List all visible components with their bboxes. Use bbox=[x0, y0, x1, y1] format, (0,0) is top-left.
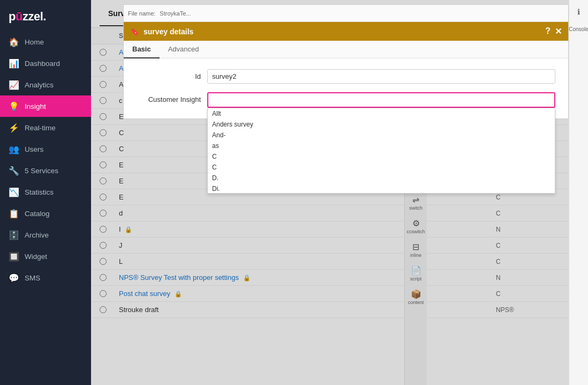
file-name-label: File name: bbox=[128, 10, 155, 17]
form-row-customer-insight: Customer Insight AlltAnders surveyAnd-as… bbox=[137, 92, 555, 108]
sidebar-item-widget[interactable]: 🔲 Widget bbox=[0, 246, 91, 267]
sms-icon: 💬 bbox=[9, 272, 19, 283]
logo-area: pūzzel. bbox=[0, 0, 91, 31]
statistics-icon: 📉 bbox=[9, 187, 19, 197]
sidebar-item-home[interactable]: 🏠 Home bbox=[0, 31, 91, 53]
sidebar-item-archive[interactable]: 🗄️ Archive bbox=[0, 224, 91, 246]
logo-text: pūzzel. bbox=[9, 10, 46, 24]
dropdown-item[interactable]: as bbox=[208, 140, 555, 151]
dropdown-item[interactable]: And- bbox=[208, 130, 555, 140]
sidebar-item-sms[interactable]: 💬 SMS bbox=[0, 267, 91, 288]
tab-basic[interactable]: Basic bbox=[124, 41, 160, 58]
insight-icon: 💡 bbox=[9, 101, 19, 112]
sidebar-item-dashboard[interactable]: 📊 Dashboard bbox=[0, 53, 91, 74]
form-row-id: Id bbox=[137, 69, 555, 84]
dropdown-item[interactable]: Di. bbox=[208, 183, 555, 194]
dialog-help-button[interactable]: ? bbox=[545, 26, 551, 36]
sidebar-item-label: Users bbox=[25, 145, 43, 153]
sidebar-item-label: 5 Services bbox=[25, 167, 58, 175]
sidebar: pūzzel. 🏠 Home 📊 Dashboard 📈 Analytics 💡… bbox=[0, 0, 91, 385]
customer-insight-label: Customer Insight bbox=[137, 92, 201, 103]
sidebar-item-label: Catalog bbox=[25, 210, 50, 218]
sidebar-item-label: Statistics bbox=[25, 188, 54, 196]
id-input[interactable] bbox=[207, 69, 555, 84]
dialog-header: 🔖 survey details ? ✕ bbox=[124, 22, 568, 41]
dropdown-item[interactable]: Allt bbox=[208, 108, 555, 119]
dialog-header-icons: ? ✕ bbox=[545, 26, 562, 36]
sidebar-item-catalog[interactable]: 📋 Catalog bbox=[0, 203, 91, 224]
services-icon: 🔧 bbox=[9, 165, 19, 176]
dropdown-item[interactable]: Anders survey bbox=[208, 119, 555, 130]
sidebar-item-label: Analytics bbox=[25, 81, 54, 89]
archive-icon: 🗄️ bbox=[9, 229, 19, 240]
dialog-header-icon: 🔖 bbox=[130, 27, 139, 36]
dropdown-item[interactable]: C bbox=[208, 151, 555, 162]
sidebar-item-services[interactable]: 🔧 5 Services bbox=[0, 160, 91, 181]
sidebar-item-label: SMS bbox=[25, 274, 40, 282]
sidebar-item-label: Dashboard bbox=[25, 60, 60, 68]
users-icon: 👥 bbox=[9, 144, 19, 154]
tab-advanced[interactable]: Advanced bbox=[160, 41, 208, 58]
dialog-close-button[interactable]: ✕ bbox=[555, 26, 562, 36]
dropdown-open[interactable]: AlltAnders surveyAnd-asCCD.Di.hloI iApP-… bbox=[207, 108, 555, 194]
realtime-icon: ⚡ bbox=[9, 122, 19, 133]
dropdown-item[interactable]: C bbox=[208, 162, 555, 173]
logo: pūzzel. bbox=[9, 10, 82, 24]
sidebar-item-analytics[interactable]: 📈 Analytics bbox=[0, 74, 91, 95]
dialog-title: survey details bbox=[144, 27, 193, 36]
customer-insight-select[interactable] bbox=[207, 92, 555, 108]
helper-console[interactable]: Console bbox=[571, 21, 586, 36]
sidebar-item-statistics[interactable]: 📉 Statistics bbox=[0, 181, 91, 203]
customer-insight-select-wrapper: AlltAnders surveyAnd-asCCD.Di.hloI iApP-… bbox=[207, 92, 555, 108]
sidebar-item-label: Home bbox=[25, 38, 44, 46]
file-name-value: StroykaTe... bbox=[160, 10, 191, 17]
sidebar-item-realtime[interactable]: ⚡ Real-time bbox=[0, 117, 91, 138]
sidebar-nav: 🏠 Home 📊 Dashboard 📈 Analytics 💡 Insight… bbox=[0, 31, 91, 385]
helper-info[interactable]: ℹ bbox=[571, 4, 586, 19]
analytics-icon: 📈 bbox=[9, 79, 19, 90]
sidebar-item-insight[interactable]: 💡 Insight bbox=[0, 95, 91, 117]
home-icon: 🏠 bbox=[9, 36, 19, 47]
survey-dialog: File name: StroykaTe... 🔖 survey details… bbox=[123, 4, 569, 119]
widget-icon: 🔲 bbox=[9, 251, 19, 262]
sidebar-item-label: Archive bbox=[25, 231, 49, 239]
sidebar-item-label: Real-time bbox=[25, 124, 56, 132]
dropdown-item[interactable]: D. bbox=[208, 173, 555, 183]
main-content: Surveys Respondents 🔍 Survey Name ↑ T Al… bbox=[91, 0, 569, 385]
helper-panel: ℹ Console bbox=[569, 0, 588, 385]
dialog-body: Id Customer Insight AlltAnders surveyAnd… bbox=[124, 58, 568, 119]
dashboard-icon: 📊 bbox=[9, 58, 19, 69]
sidebar-item-label: Widget bbox=[25, 253, 47, 261]
sidebar-item-label: Insight bbox=[25, 102, 46, 110]
sidebar-item-users[interactable]: 👥 Users bbox=[0, 138, 91, 160]
id-label: Id bbox=[137, 72, 201, 80]
file-bar: File name: StroykaTe... bbox=[124, 5, 568, 22]
catalog-icon: 📋 bbox=[9, 208, 19, 219]
dialog-tabs: Basic Advanced bbox=[124, 41, 568, 58]
